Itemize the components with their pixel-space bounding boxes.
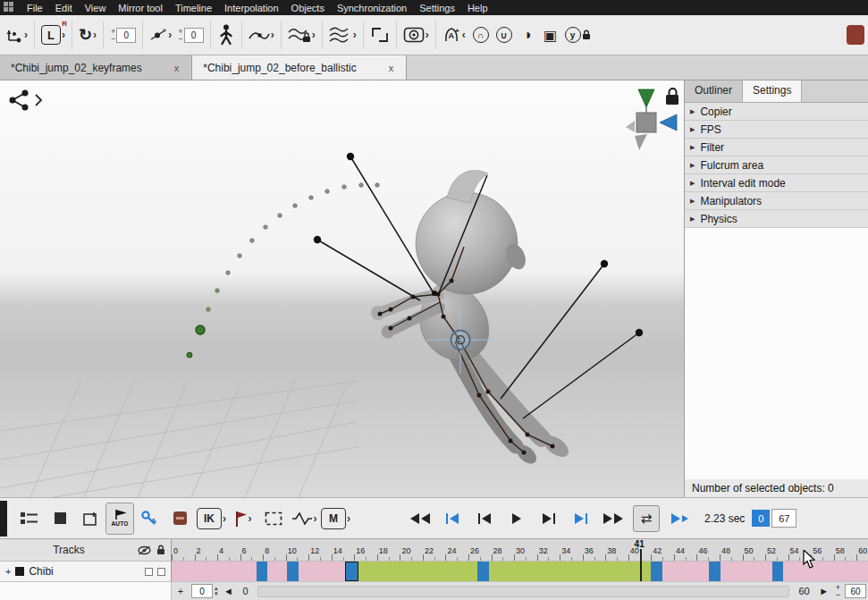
- chevron-down-icon[interactable]: ›: [223, 512, 226, 525]
- mirror-y-button[interactable]: y: [563, 19, 593, 51]
- track-segment-blue[interactable]: [345, 562, 358, 581]
- track-segment-blue[interactable]: [257, 562, 268, 581]
- viewport-lock-icon[interactable]: [666, 89, 678, 105]
- key-tool-button[interactable]: [136, 503, 163, 534]
- current-frame-badge[interactable]: 0: [752, 510, 770, 527]
- section-physics[interactable]: ▶Physics: [685, 210, 868, 228]
- track-segment-blue[interactable]: [709, 562, 721, 581]
- section-interval-edit-mode[interactable]: ▶Interval edit mode: [685, 174, 868, 192]
- track-segment-blue[interactable]: [651, 562, 662, 581]
- menu-item-mirror-tool[interactable]: Mirror tool: [112, 2, 169, 14]
- pose-tool-button[interactable]: [166, 503, 193, 534]
- expand-track-button[interactable]: +: [5, 566, 11, 577]
- ghost-a-button[interactable]: A+ ‹: [441, 19, 468, 51]
- range-start-spin-arrows[interactable]: ▴▾: [215, 586, 218, 596]
- menu-item-view[interactable]: View: [79, 2, 113, 14]
- camera-tool-button[interactable]: ›: [401, 19, 431, 51]
- ghost-frame-button[interactable]: ▣: [540, 19, 561, 51]
- signal-filter-button[interactable]: ›: [291, 503, 317, 534]
- link-mode-button[interactable]: LR ›: [39, 19, 67, 51]
- stepper-b-value[interactable]: 0: [184, 28, 204, 43]
- panel-tab-outliner[interactable]: Outliner: [685, 80, 743, 102]
- track-row-chibi[interactable]: + Chibi: [0, 562, 171, 581]
- marquee-select-button[interactable]: [260, 503, 287, 534]
- track-bar[interactable]: [172, 562, 868, 581]
- next-frame-button[interactable]: [534, 505, 564, 532]
- doc-tab[interactable]: *Chibi_jump_02_before_ballisticx: [192, 55, 407, 80]
- track-checkbox-2[interactable]: [157, 568, 165, 576]
- chevron-down-icon[interactable]: ›: [24, 29, 28, 41]
- go-to-end-button[interactable]: [566, 505, 596, 532]
- track-segment-pink[interactable]: [721, 562, 771, 581]
- track-segment-green[interactable]: [358, 562, 477, 581]
- auto-keyframe-button[interactable]: AUTO: [105, 503, 134, 535]
- add-interval-button[interactable]: [77, 503, 104, 534]
- mode-button[interactable]: M ›: [321, 503, 350, 534]
- menu-item-synchronization[interactable]: Synchronization: [331, 2, 413, 14]
- ballistic-trajectory[interactable]: [187, 183, 379, 358]
- chevron-down-icon[interactable]: ›: [426, 29, 429, 41]
- section-manipulators[interactable]: ▶Manipulators: [685, 192, 868, 210]
- mirror-cap-button[interactable]: ∩: [470, 19, 492, 51]
- ik-button[interactable]: IK ›: [197, 503, 226, 534]
- rewind-button[interactable]: [405, 505, 435, 532]
- track-segment-blue[interactable]: [287, 562, 299, 581]
- timeline-scrollbar[interactable]: [257, 586, 790, 597]
- character-tool-button[interactable]: [215, 19, 237, 51]
- section-fulcrum-area[interactable]: ▶Fulcrum area: [685, 156, 868, 174]
- clipped-tool-icon[interactable]: [847, 25, 864, 45]
- track-list-button[interactable]: [16, 503, 43, 534]
- 3d-viewport[interactable]: [0, 80, 684, 497]
- tab-close-button[interactable]: x: [173, 63, 181, 73]
- range-start-field[interactable]: 0: [191, 584, 213, 598]
- track-segment-pink[interactable]: [172, 562, 257, 581]
- rotate-tool-button[interactable]: ↻ ›: [77, 19, 98, 51]
- track-segment-green[interactable]: [489, 562, 651, 581]
- chevron-down-icon[interactable]: ›: [249, 512, 252, 525]
- zoom-in-button[interactable]: +: [173, 584, 188, 598]
- visibility-off-icon[interactable]: [138, 545, 151, 555]
- end-frame-field[interactable]: 67: [771, 509, 796, 528]
- chevron-down-icon[interactable]: ›: [93, 29, 97, 41]
- track-segment-pink[interactable]: [267, 562, 287, 581]
- panel-tab-settings[interactable]: Settings: [743, 80, 802, 102]
- chevron-down-icon[interactable]: ›: [271, 29, 274, 41]
- section-copier[interactable]: ▶Copier: [685, 103, 868, 121]
- chevron-down-icon[interactable]: ›: [62, 29, 65, 41]
- scroll-left-button[interactable]: ◄: [222, 584, 236, 598]
- mirror-cup-button[interactable]: ∪: [493, 19, 515, 51]
- stepper-b-arrows[interactable]: +−: [178, 28, 182, 42]
- stepper-a-arrows[interactable]: +−: [111, 28, 115, 42]
- menu-item-file[interactable]: File: [21, 2, 49, 14]
- track-segment-blue[interactable]: [772, 562, 784, 581]
- stepper-b[interactable]: +− 0: [175, 19, 205, 51]
- interpolation-tool-button[interactable]: ›: [247, 19, 276, 51]
- section-filter[interactable]: ▶Filter: [685, 139, 868, 156]
- track-segment-blue[interactable]: [477, 562, 489, 581]
- go-to-start-button[interactable]: [437, 505, 468, 532]
- menu-item-interpolation[interactable]: Interpolation: [218, 2, 285, 14]
- menu-item-timeline[interactable]: Timeline: [169, 2, 218, 14]
- chevron-down-icon[interactable]: ›: [353, 29, 357, 41]
- track-segment-pink[interactable]: [299, 562, 345, 581]
- menu-item-settings[interactable]: Settings: [413, 2, 461, 14]
- solid-view-button[interactable]: [46, 503, 73, 534]
- chevron-down-icon[interactable]: ›: [312, 29, 316, 41]
- chevron-left-icon[interactable]: ‹: [462, 29, 466, 41]
- doc-tab[interactable]: *Chibi_jump_02_keyframesx: [0, 55, 192, 80]
- chevron-down-icon[interactable]: ›: [347, 512, 350, 525]
- track-checkbox-1[interactable]: [145, 568, 153, 576]
- menu-item-edit[interactable]: Edit: [49, 2, 79, 14]
- tab-close-button[interactable]: x: [387, 63, 396, 73]
- viewport-scene[interactable]: [0, 80, 684, 497]
- flag-button[interactable]: ›: [230, 503, 257, 534]
- chevron-down-icon[interactable]: ›: [314, 512, 317, 525]
- timeline-ruler[interactable]: 0246810121416182022242628303234363840424…: [172, 539, 868, 562]
- play-button[interactable]: [501, 505, 532, 532]
- track-segment-pink[interactable]: [783, 562, 868, 581]
- tangent-tool-button[interactable]: ›: [147, 19, 173, 51]
- lock-icon[interactable]: [156, 545, 165, 555]
- playhead-line[interactable]: [640, 549, 642, 581]
- curves-tool-button[interactable]: ›: [327, 19, 358, 51]
- node-tool-icon[interactable]: [10, 90, 42, 111]
